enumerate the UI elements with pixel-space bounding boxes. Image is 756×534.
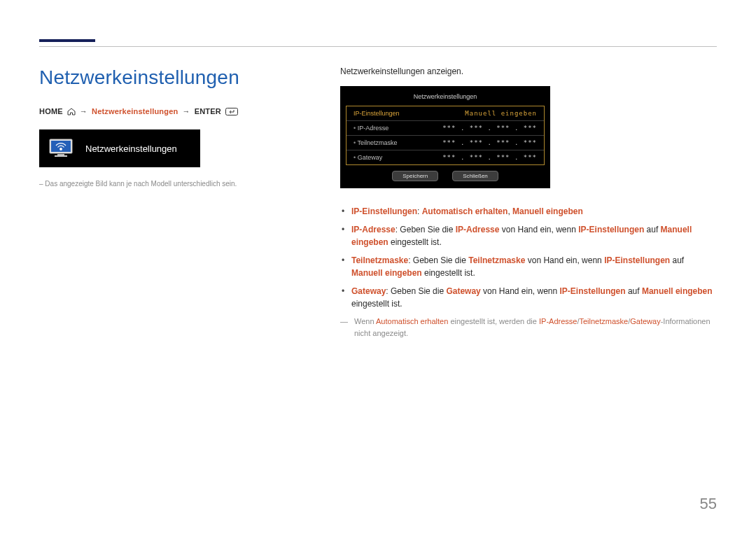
- bullet-list: IP-Einstellungen: Automatisch erhalten, …: [340, 205, 717, 310]
- ip-settings-label: IP-Einstellungen: [354, 110, 400, 117]
- list-item: Teilnetzmaske: Geben Sie die Teilnetzmas…: [340, 254, 717, 279]
- feature-tile: Netzwerkeinstellungen: [39, 129, 200, 167]
- list-item: Gateway: Geben Sie die Gateway von Hand …: [340, 285, 717, 310]
- row-value: *** . *** . *** . ***: [442, 139, 537, 146]
- right-column: Netzwerkeinstellungen anzeigen. Netzwerk…: [340, 66, 717, 339]
- screenshot-row: Gateway *** . *** . *** . ***: [346, 150, 544, 164]
- list-item: IP-Einstellungen: Automatisch erhalten, …: [340, 205, 717, 218]
- note: Wenn Automatisch erhalten eingestellt is…: [340, 316, 717, 339]
- screenshot-header-row: IP-Einstellungen Manuell eingeben: [346, 106, 544, 121]
- breadcrumb-enter: ENTER: [195, 107, 221, 115]
- list-item: IP-Adresse: Geben Sie die IP-Adresse von…: [340, 223, 717, 248]
- breadcrumb-home: HOME: [39, 107, 63, 115]
- screenshot-row: IP-Adresse *** . *** . *** . ***: [346, 121, 544, 136]
- row-value: *** . *** . *** . ***: [442, 154, 537, 161]
- save-button: Speichern: [392, 171, 438, 181]
- tile-label: Netzwerkeinstellungen: [85, 143, 177, 154]
- arrow-icon: →: [80, 107, 88, 115]
- row-label: Teilnetzmaske: [354, 139, 398, 146]
- screenshot-row: Teilnetzmaske *** . *** . *** . ***: [346, 136, 544, 150]
- close-button: Schließen: [452, 171, 498, 181]
- accent-bar: [39, 39, 95, 42]
- row-value: *** . *** . *** . ***: [442, 125, 537, 132]
- image-disclaimer: Das angezeigte Bild kann je nach Modell …: [39, 180, 291, 188]
- network-monitor-icon: [49, 139, 73, 158]
- row-label: IP-Adresse: [354, 125, 388, 132]
- breadcrumb-target: Netzwerkeinstellungen: [92, 107, 178, 115]
- left-column: Netzwerkeinstellungen HOME → Netzwerkein…: [39, 66, 291, 339]
- settings-screenshot: Netzwerkeinstellungen IP-Einstellungen M…: [340, 86, 550, 188]
- arrow-icon: →: [182, 107, 190, 115]
- home-icon: [67, 108, 76, 115]
- svg-point-5: [60, 148, 62, 150]
- intro-text: Netzwerkeinstellungen anzeigen.: [340, 66, 717, 76]
- screenshot-title: Netzwerkeinstellungen: [340, 90, 550, 106]
- page-title: Netzwerkeinstellungen: [39, 66, 291, 89]
- enter-icon: [225, 108, 238, 115]
- row-label: Gateway: [354, 154, 382, 161]
- svg-rect-3: [57, 154, 64, 155]
- page-number: 55: [700, 495, 717, 513]
- top-rule: [39, 46, 717, 47]
- svg-rect-4: [55, 155, 67, 157]
- breadcrumb: HOME → Netzwerkeinstellungen → ENTER: [39, 107, 291, 115]
- ip-settings-value: Manuell eingeben: [465, 110, 537, 117]
